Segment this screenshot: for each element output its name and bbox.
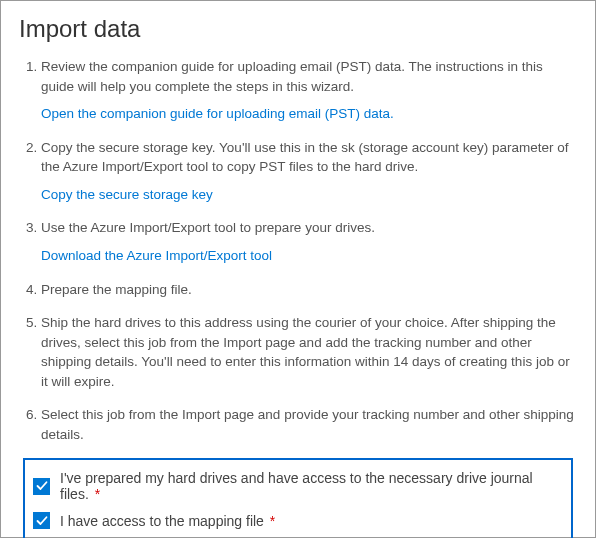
step-2: Copy the secure storage key. You'll use … bbox=[41, 138, 577, 205]
step-1: Review the companion guide for uploading… bbox=[41, 57, 577, 124]
import-data-wizard: Import data Review the companion guide f… bbox=[0, 0, 596, 538]
check-icon bbox=[36, 480, 48, 492]
open-guide-link[interactable]: Open the companion guide for uploading e… bbox=[41, 104, 577, 124]
required-asterisk: * bbox=[270, 513, 275, 529]
step-4: Prepare the mapping file. bbox=[41, 280, 577, 300]
step-3: Use the Azure Import/Export tool to prep… bbox=[41, 218, 577, 265]
checkbox-label: I have access to the mapping file * bbox=[60, 513, 275, 529]
step-5: Ship the hard drives to this address usi… bbox=[41, 313, 577, 391]
checkbox-mapping[interactable] bbox=[33, 512, 50, 529]
step-text: Use the Azure Import/Export tool to prep… bbox=[41, 220, 375, 235]
step-text: Review the companion guide for uploading… bbox=[41, 59, 543, 94]
step-6: Select this job from the Import page and… bbox=[41, 405, 577, 444]
copy-storage-key-link[interactable]: Copy the secure storage key bbox=[41, 185, 577, 205]
required-asterisk: * bbox=[95, 486, 100, 502]
step-text: Prepare the mapping file. bbox=[41, 282, 192, 297]
page-title: Import data bbox=[19, 15, 577, 43]
checkbox-prepared[interactable] bbox=[33, 478, 50, 495]
steps-list: Review the companion guide for uploading… bbox=[19, 57, 577, 444]
checkbox-label-text: I have access to the mapping file bbox=[60, 513, 264, 529]
step-text: Copy the secure storage key. You'll use … bbox=[41, 140, 569, 175]
step-text: Select this job from the Import page and… bbox=[41, 407, 574, 442]
check-icon bbox=[36, 515, 48, 527]
checkbox-label-text: I've prepared my hard drives and have ac… bbox=[60, 470, 533, 502]
confirmation-box: I've prepared my hard drives and have ac… bbox=[23, 458, 573, 538]
step-text: Ship the hard drives to this address usi… bbox=[41, 315, 570, 389]
checkbox-row-mapping: I have access to the mapping file * bbox=[33, 512, 563, 529]
download-tool-link[interactable]: Download the Azure Import/Export tool bbox=[41, 246, 577, 266]
checkbox-row-prepared: I've prepared my hard drives and have ac… bbox=[33, 470, 563, 502]
checkbox-label: I've prepared my hard drives and have ac… bbox=[60, 470, 563, 502]
